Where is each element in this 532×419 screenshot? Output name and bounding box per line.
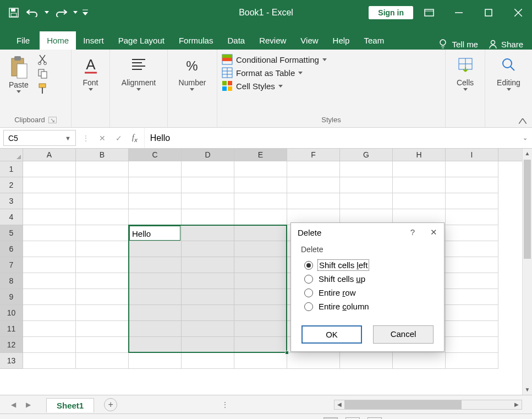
cell[interactable] xyxy=(340,193,393,209)
tab-review[interactable]: Review xyxy=(252,31,293,50)
alignment-button[interactable]: Alignment xyxy=(117,53,160,93)
cell[interactable] xyxy=(129,193,182,209)
cell[interactable] xyxy=(446,193,498,209)
cell[interactable] xyxy=(182,353,234,369)
expand-formula-bar-icon[interactable]: ⌄ xyxy=(523,134,528,142)
cell-styles-button[interactable]: Cell Styles xyxy=(222,80,327,91)
tab-page-layout[interactable]: Page Layout xyxy=(111,31,172,50)
save-icon[interactable] xyxy=(6,4,22,21)
row-13[interactable]: 13 xyxy=(0,353,23,369)
cell[interactable] xyxy=(340,353,393,369)
cell[interactable] xyxy=(129,241,182,257)
copy-icon[interactable] xyxy=(37,68,48,79)
cell[interactable] xyxy=(287,177,340,193)
cell[interactable] xyxy=(393,353,446,369)
cell[interactable] xyxy=(234,241,287,257)
cell[interactable] xyxy=(182,241,234,257)
share-button[interactable]: Share xyxy=(488,39,523,49)
select-all-corner[interactable] xyxy=(0,149,23,161)
cell[interactable] xyxy=(23,209,76,225)
undo-dropdown-icon[interactable] xyxy=(43,4,51,21)
cell[interactable] xyxy=(23,305,76,321)
cell[interactable] xyxy=(234,225,287,241)
cell[interactable] xyxy=(76,161,129,177)
format-painter-icon[interactable] xyxy=(37,83,48,95)
undo-icon[interactable] xyxy=(24,4,41,21)
zoom-in-icon[interactable]: + xyxy=(493,417,500,419)
cell[interactable] xyxy=(446,337,498,353)
row-11[interactable]: 11 xyxy=(0,321,23,337)
cell[interactable] xyxy=(182,257,234,273)
cell[interactable] xyxy=(234,177,287,193)
cell[interactable] xyxy=(23,225,76,241)
cell[interactable] xyxy=(129,321,182,337)
minimize-icon[interactable] xyxy=(445,0,473,25)
row-9[interactable]: 9 xyxy=(0,289,23,305)
row-7[interactable]: 7 xyxy=(0,257,23,273)
row-6[interactable]: 6 xyxy=(0,241,23,257)
col-D[interactable]: D xyxy=(182,149,234,161)
cancel-formula-icon[interactable]: ✕ xyxy=(99,134,106,143)
col-H[interactable]: H xyxy=(393,149,446,161)
sheet-nav-next-icon[interactable]: ▶ xyxy=(26,401,31,409)
new-sheet-icon[interactable]: + xyxy=(104,398,117,411)
cell[interactable] xyxy=(76,209,129,225)
scroll-up-icon[interactable]: ▲ xyxy=(523,149,532,159)
maximize-icon[interactable] xyxy=(475,0,502,25)
tab-help[interactable]: Help xyxy=(326,31,357,50)
col-B[interactable]: B xyxy=(76,149,129,161)
cell[interactable] xyxy=(393,161,446,177)
cell[interactable] xyxy=(234,193,287,209)
clipboard-dialog-launcher-icon[interactable]: ↘ xyxy=(48,117,57,123)
cell[interactable] xyxy=(234,289,287,305)
cell[interactable] xyxy=(23,193,76,209)
conditional-formatting-button[interactable]: Conditional Formatting xyxy=(222,54,327,65)
cell[interactable] xyxy=(23,337,76,353)
cell[interactable] xyxy=(182,273,234,289)
col-E[interactable]: E xyxy=(234,149,287,161)
close-icon[interactable] xyxy=(504,0,532,25)
cell[interactable] xyxy=(129,225,182,241)
cell[interactable] xyxy=(23,241,76,257)
scroll-down-icon[interactable]: ▼ xyxy=(523,385,532,395)
cell[interactable] xyxy=(129,337,182,353)
enter-formula-icon[interactable]: ✓ xyxy=(116,134,122,143)
cell[interactable] xyxy=(129,289,182,305)
cell[interactable] xyxy=(287,193,340,209)
cell[interactable] xyxy=(182,161,234,177)
row-8[interactable]: 8 xyxy=(0,273,23,289)
qat-customize-icon[interactable] xyxy=(81,4,89,21)
scroll-thumb[interactable] xyxy=(524,160,531,259)
dialog-help-icon[interactable]: ? xyxy=(410,227,415,237)
row-2[interactable]: 2 xyxy=(0,177,23,193)
cell[interactable] xyxy=(446,257,498,273)
dialog-close-icon[interactable]: ✕ xyxy=(430,227,437,237)
cell[interactable] xyxy=(446,321,498,337)
cell[interactable] xyxy=(446,353,498,369)
cell[interactable] xyxy=(76,305,129,321)
row-1[interactable]: 1 xyxy=(0,161,23,177)
cell[interactable] xyxy=(76,353,129,369)
cell[interactable] xyxy=(234,337,287,353)
cell[interactable] xyxy=(76,289,129,305)
cell[interactable] xyxy=(76,273,129,289)
scroll-right-icon[interactable]: ▶ xyxy=(512,401,522,407)
cell[interactable] xyxy=(76,241,129,257)
cell[interactable] xyxy=(446,225,498,241)
cell[interactable] xyxy=(287,161,340,177)
cell[interactable] xyxy=(182,177,234,193)
cell[interactable] xyxy=(129,257,182,273)
cell[interactable] xyxy=(76,321,129,337)
tab-data[interactable]: Data xyxy=(220,31,252,50)
number-button[interactable]: % Number xyxy=(174,53,211,93)
col-C[interactable]: C xyxy=(129,149,182,161)
tab-file[interactable]: File xyxy=(7,31,40,50)
cell[interactable] xyxy=(76,193,129,209)
tab-overflow-icon[interactable]: ⋮ xyxy=(215,400,237,409)
cell[interactable] xyxy=(23,161,76,177)
cell[interactable] xyxy=(234,353,287,369)
cell[interactable] xyxy=(234,305,287,321)
cell[interactable] xyxy=(23,257,76,273)
vertical-scrollbar[interactable]: ▲ ▼ xyxy=(522,149,532,395)
scroll-thumb[interactable] xyxy=(344,400,462,409)
